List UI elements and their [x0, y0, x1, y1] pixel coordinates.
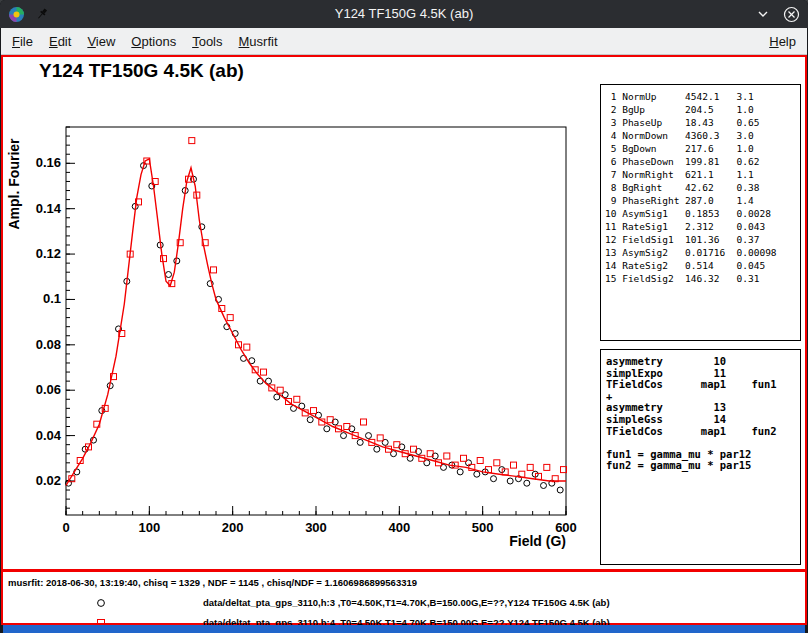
- theory-line: fun2 = gamma_mu * par15: [606, 460, 795, 472]
- param-row: 11 RateSig1 2.312 0.043: [605, 220, 796, 233]
- info-pad: musrfit: 2018-06-30, 13:19:40, chisq = 1…: [3, 572, 805, 623]
- menu-item-tools[interactable]: Tools: [184, 28, 230, 55]
- taskbar-strip: [0, 625, 808, 633]
- svg-text:0.06: 0.06: [36, 382, 61, 397]
- param-row: 3 PhaseUp 18.43 0.65: [605, 116, 796, 129]
- svg-text:0.14: 0.14: [36, 201, 62, 216]
- theory-line: [606, 437, 795, 449]
- fit-stats-line: musrfit: 2018-06-30, 13:19:40, chisq = 1…: [8, 577, 417, 588]
- svg-text:Field (G): Field (G): [509, 533, 566, 549]
- close-button[interactable]: [782, 5, 800, 23]
- menu-item-edit[interactable]: Edit: [41, 28, 79, 55]
- menu-item-options[interactable]: Options: [123, 28, 184, 55]
- svg-text:400: 400: [388, 520, 410, 535]
- app-icon[interactable]: [7, 5, 25, 23]
- fourier-plot[interactable]: 01002003004005006000.020.040.060.080.10.…: [3, 57, 599, 569]
- title-bar[interactable]: Y124 TF150G 4.5K (ab): [0, 0, 808, 28]
- legend-item[interactable]: data/deltat_pta_gps_3110,h:3 ,T0=4.50K,T…: [3, 595, 805, 609]
- param-row: 5 BgDown 217.6 1.0: [605, 142, 796, 155]
- theory-box[interactable]: asymmetry 10simplExpo 11TFieldCos map1 f…: [600, 349, 801, 565]
- menu-item-file[interactable]: File: [4, 28, 41, 55]
- param-row: 2 BgUp 204.5 1.0: [605, 103, 796, 116]
- svg-text:0.12: 0.12: [36, 246, 61, 261]
- param-row: 6 PhaseDown 199.81 0.62: [605, 155, 796, 168]
- app-window: Y124 TF150G 4.5K (ab) FileEditViewOption…: [0, 0, 808, 633]
- svg-text:200: 200: [222, 520, 244, 535]
- svg-text:0.1: 0.1: [43, 291, 61, 306]
- menu-item-musrfit[interactable]: Musrfit: [231, 28, 286, 55]
- theory-line: simpleGss 14: [606, 414, 795, 426]
- svg-text:0.02: 0.02: [36, 473, 61, 488]
- menu-item-view[interactable]: View: [79, 28, 123, 55]
- menu-bar: FileEditViewOptionsToolsMusrfitHelp: [1, 28, 807, 55]
- svg-text:0.16: 0.16: [36, 155, 61, 170]
- root-canvas[interactable]: Y124 TF150G 4.5K (ab) 010020030040050060…: [1, 55, 807, 625]
- param-row: 7 NormRight 621.1 1.1: [605, 168, 796, 181]
- param-row: 4 NormDown 4360.3 3.0: [605, 129, 796, 142]
- param-row: 1 NormUp 4542.1 3.1: [605, 90, 796, 103]
- param-row: 8 BgRight 42.62 0.38: [605, 181, 796, 194]
- theory-line: TFieldCos map1 fun2: [606, 426, 795, 438]
- svg-text:0.08: 0.08: [36, 337, 61, 352]
- param-row: 9 PhaseRight 287.0 1.4: [605, 194, 796, 207]
- param-row: 10 AsymSig1 0.1853 0.0028: [605, 207, 796, 220]
- svg-text:0.04: 0.04: [36, 428, 62, 443]
- fit-parameter-box[interactable]: 1 NormUp 4542.1 3.1 2 BgUp 204.5 1.0 3 P…: [600, 84, 801, 341]
- param-row: 13 AsymSig2 0.01716 0.00098: [605, 246, 796, 259]
- svg-text:300: 300: [305, 520, 327, 535]
- param-row: 14 RateSig2 0.514 0.045: [605, 259, 796, 272]
- svg-text:100: 100: [138, 520, 160, 535]
- param-row: 12 FieldSig1 101.36 0.37: [605, 233, 796, 246]
- menu-item-help[interactable]: Help: [761, 28, 804, 55]
- legend-label: data/deltat_pta_gps_3110,h:3 ,T0=4.50K,T…: [203, 597, 610, 608]
- minimize-button[interactable]: [754, 5, 772, 23]
- black-circle-icon: [95, 595, 107, 613]
- pin-icon[interactable]: [33, 5, 51, 23]
- svg-text:500: 500: [472, 520, 494, 535]
- svg-text:0: 0: [62, 520, 69, 535]
- theory-line: TFieldCos map1 fun1: [606, 379, 795, 391]
- window-title: Y124 TF150G 4.5K (ab): [100, 0, 708, 28]
- param-row: 15 FieldSig2 146.32 0.31: [605, 272, 796, 285]
- svg-text:Ampl. Fourier: Ampl. Fourier: [6, 138, 22, 230]
- theory-line: asymmetry 10: [606, 356, 795, 368]
